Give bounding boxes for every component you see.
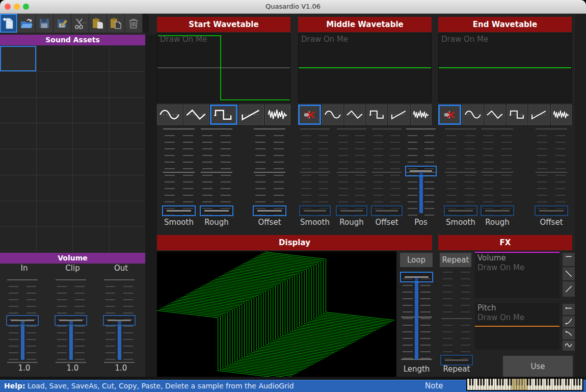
preset-square-button[interactable] bbox=[507, 104, 527, 125]
asset-cell[interactable] bbox=[110, 98, 146, 123]
volume-in-slider[interactable] bbox=[6, 279, 39, 363]
asset-cell[interactable] bbox=[0, 72, 36, 97]
asset-cell[interactable] bbox=[37, 227, 73, 252]
slider-handle[interactable] bbox=[400, 272, 433, 282]
asset-cell[interactable] bbox=[0, 123, 36, 149]
fx-pitch-down-button[interactable] bbox=[563, 328, 575, 339]
paste-button[interactable] bbox=[107, 14, 125, 33]
middle-pos-slider[interactable] bbox=[405, 128, 437, 216]
asset-cell[interactable] bbox=[37, 175, 73, 201]
start-rough-slider[interactable] bbox=[200, 128, 233, 216]
asset-cell[interactable] bbox=[110, 123, 146, 149]
middle-offset-slider[interactable] bbox=[371, 128, 403, 216]
preset-noise-button[interactable] bbox=[551, 104, 572, 125]
fx-pitch-vibrato-button[interactable] bbox=[563, 341, 575, 351]
length-slider[interactable] bbox=[400, 272, 433, 362]
slider-handle[interactable] bbox=[481, 205, 514, 216]
asset-cell[interactable] bbox=[37, 72, 73, 97]
loop-button[interactable]: Loop bbox=[400, 253, 433, 267]
asset-cell[interactable] bbox=[73, 123, 109, 149]
asset-cell[interactable] bbox=[37, 46, 73, 71]
preset-triangle-button[interactable] bbox=[183, 104, 209, 125]
end-offset-slider[interactable] bbox=[535, 128, 568, 216]
asset-cell-selected[interactable] bbox=[0, 46, 36, 71]
slider-handle[interactable] bbox=[336, 205, 367, 216]
title-bar[interactable]: Quasardio V1.06 bbox=[0, 0, 586, 14]
slider-handle[interactable] bbox=[371, 205, 403, 216]
preset-sine-button[interactable] bbox=[462, 104, 483, 125]
middle-rough-slider[interactable] bbox=[336, 128, 367, 216]
preset-mute-button[interactable] bbox=[438, 104, 461, 125]
asset-cell[interactable] bbox=[110, 175, 146, 201]
repeat-slider[interactable] bbox=[440, 272, 473, 365]
slider-handle[interactable] bbox=[253, 205, 286, 216]
slider-handle[interactable] bbox=[444, 205, 477, 216]
asset-cell[interactable] bbox=[37, 98, 73, 123]
preset-noise-button[interactable] bbox=[265, 104, 290, 125]
fx-volume-fade-in-button[interactable] bbox=[563, 281, 575, 297]
slider-handle[interactable] bbox=[200, 205, 233, 216]
asset-cell[interactable] bbox=[110, 46, 146, 71]
asset-cell[interactable] bbox=[73, 72, 109, 97]
slider-handle[interactable] bbox=[440, 355, 473, 365]
asset-cell[interactable] bbox=[110, 149, 146, 175]
slider-handle[interactable] bbox=[162, 205, 196, 216]
end-rough-slider[interactable] bbox=[481, 128, 514, 216]
fx-pitch-flat-button[interactable] bbox=[563, 304, 575, 315]
asset-cell[interactable] bbox=[73, 227, 109, 252]
preset-triangle-button[interactable] bbox=[485, 104, 505, 125]
start-smooth-slider[interactable] bbox=[162, 128, 196, 216]
slider-handle[interactable] bbox=[103, 315, 136, 326]
asset-cell[interactable] bbox=[73, 175, 109, 201]
open-button[interactable] bbox=[18, 14, 36, 33]
preset-mute-button[interactable] bbox=[298, 104, 321, 125]
end-wavetable-canvas[interactable]: Draw On Me bbox=[438, 33, 572, 102]
fx-volume-flat-button[interactable] bbox=[563, 253, 575, 266]
asset-cell[interactable] bbox=[37, 149, 73, 175]
new-button[interactable] bbox=[0, 14, 18, 33]
asset-cell[interactable] bbox=[73, 46, 109, 71]
fx-pitch-canvas[interactable]: Pitch Draw On Me bbox=[475, 303, 560, 350]
preset-square-button[interactable] bbox=[366, 104, 387, 125]
asset-cell[interactable] bbox=[110, 201, 146, 227]
asset-cell[interactable] bbox=[73, 98, 109, 123]
copy-button[interactable] bbox=[89, 14, 107, 33]
repeat-button[interactable]: Repeat bbox=[440, 253, 471, 267]
asset-cell[interactable] bbox=[73, 201, 109, 227]
save-button[interactable] bbox=[36, 14, 54, 33]
start-offset-slider[interactable] bbox=[253, 128, 286, 216]
fx-volume-canvas[interactable]: Volume Draw On Me bbox=[475, 252, 560, 298]
start-wavetable-canvas[interactable]: Draw On Me bbox=[157, 33, 290, 102]
preset-square-button[interactable] bbox=[210, 104, 237, 125]
slider-handle[interactable] bbox=[535, 205, 568, 216]
preset-sine-button[interactable] bbox=[322, 104, 343, 125]
preset-saw-button[interactable] bbox=[528, 104, 549, 125]
middle-wavetable-canvas[interactable]: Draw On Me bbox=[298, 33, 432, 102]
delete-button[interactable] bbox=[125, 14, 143, 33]
asset-cell[interactable] bbox=[0, 149, 36, 175]
preset-noise-button[interactable] bbox=[411, 104, 432, 125]
slider-handle[interactable] bbox=[405, 166, 437, 176]
slider-handle[interactable] bbox=[6, 315, 39, 326]
preset-saw-button[interactable] bbox=[388, 104, 409, 125]
fx-volume-fade-out-button[interactable] bbox=[563, 267, 575, 280]
fx-pitch-up-button[interactable] bbox=[563, 316, 575, 327]
middle-smooth-slider[interactable] bbox=[299, 128, 331, 216]
asset-cell[interactable] bbox=[0, 175, 36, 201]
asset-cell[interactable] bbox=[110, 72, 146, 97]
volume-clip-slider[interactable] bbox=[55, 279, 87, 363]
preset-triangle-button[interactable] bbox=[344, 104, 365, 125]
asset-cell[interactable] bbox=[0, 227, 36, 252]
asset-cell[interactable] bbox=[0, 98, 36, 123]
slider-handle[interactable] bbox=[55, 315, 87, 326]
asset-cell[interactable] bbox=[73, 149, 109, 175]
slider-handle[interactable] bbox=[299, 205, 331, 216]
note-keyboard[interactable] bbox=[466, 378, 583, 391]
use-button[interactable]: Use bbox=[503, 356, 573, 377]
end-smooth-slider[interactable] bbox=[444, 128, 477, 216]
asset-cell[interactable] bbox=[0, 201, 36, 227]
preset-sine-button[interactable] bbox=[157, 104, 182, 125]
asset-cell[interactable] bbox=[37, 201, 73, 227]
asset-cell[interactable] bbox=[110, 227, 146, 252]
volume-out-slider[interactable] bbox=[103, 279, 136, 363]
